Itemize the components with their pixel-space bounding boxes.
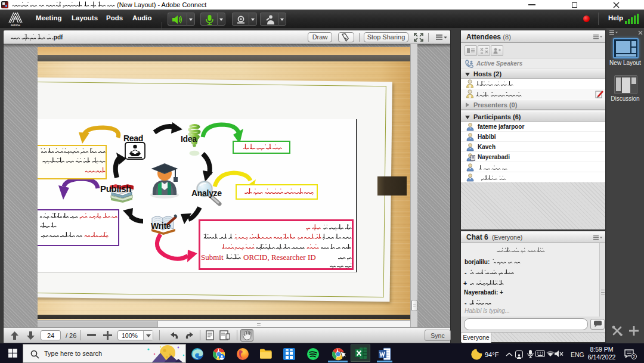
svg-text:2: 2 (633, 355, 635, 359)
svg-text:Adobe: Adobe (11, 23, 20, 27)
